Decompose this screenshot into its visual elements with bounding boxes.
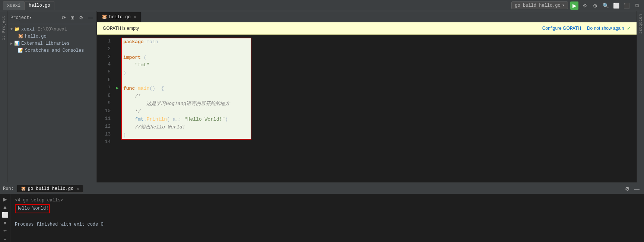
sidebar-item-external-libs[interactable]: ▶ 📊 External Libraries (7, 40, 96, 47)
left-strip: 1: Project (0, 11, 7, 182)
stop-button[interactable]: ⬜ (612, 1, 620, 10)
line-num-10: 10 (97, 107, 111, 115)
sort-button[interactable]: ≡ (1, 236, 9, 242)
bottom-settings-icon[interactable]: ⚙ (623, 185, 631, 193)
sidebar-content: ▼ 📁 xuexi E:\GO\xuexi 🐹 hello.go ▶ 📊 Ext… (7, 24, 96, 182)
xuexi-label: xuexi (21, 27, 35, 32)
configure-gopath-link[interactable]: Configure GOPATH (542, 26, 581, 31)
editor-container: 🐹 hello.go ✕ GOPATH is empty Configure G… (97, 11, 637, 182)
line-numbers: 1 2 3 4 5 6 7 8 9 10 11 12 13 14 (97, 35, 114, 182)
sidebar-minimize-icon[interactable]: — (87, 14, 93, 21)
line-num-9: 9 (97, 99, 111, 107)
build-button[interactable]: ⬛ (622, 1, 631, 10)
run-line-7-icon[interactable]: ▶ (114, 84, 121, 92)
sidebar-sync-icon[interactable]: ⟳ (61, 14, 67, 21)
bottom-tabs: Run: 🐹 go build hello.go ✕ ⚙ — (0, 183, 644, 194)
line-num-6: 6 (97, 76, 111, 84)
line-num-1: 1 (97, 38, 111, 45)
code-line-3: import ( (122, 54, 248, 62)
window-button[interactable]: ⧉ (633, 1, 641, 10)
sidebar-layout-icon[interactable]: ⊞ (70, 14, 75, 21)
output-line-2: Hello World! (15, 204, 640, 213)
run-config-selector[interactable]: go build hello.go ▾ (511, 1, 568, 9)
line-num-3: 3 (97, 53, 111, 61)
sidebar: Project▾ ⟳ ⊞ ⚙ — ▼ 📁 xuexi E:\GO\xuexi 🐹… (7, 11, 97, 182)
run-tab-icon: 🐹 (21, 186, 26, 191)
output-line-3 (15, 213, 640, 221)
database-panel-label[interactable]: Database (638, 11, 643, 37)
go-file-tab-icon: 🐹 (102, 14, 107, 20)
dismiss-gopath-link[interactable]: Do not show again (587, 26, 624, 31)
title-bar-actions: go build hello.go ▾ ▶ ⚙ ⊕ 🔍 ⬜ ⬛ ⧉ (511, 1, 641, 10)
run-button[interactable]: ▶ (570, 1, 578, 10)
sidebar-settings-icon[interactable]: ⚙ (78, 14, 84, 21)
line-num-8: 8 (97, 92, 111, 100)
code-line-11: fmt.Println( a…: "Hello World!") (122, 116, 248, 124)
run-tab-close-icon[interactable]: ✕ (77, 187, 79, 191)
bottom-gutter: ▶ ▲ ⬜ ▼ ↩ ≡ (0, 194, 10, 242)
bottom-content: ▶ ▲ ⬜ ▼ ↩ ≡ <4 go setup calls> Hello Wor… (0, 194, 644, 242)
editor-tab-hello-go[interactable]: 🐹 hello.go ✕ (97, 12, 141, 22)
code-line-4: "fmt" (122, 61, 248, 69)
line-num-11: 11 (97, 115, 111, 123)
hello-go-label: hello.go (25, 34, 47, 39)
line-num-12: 12 (97, 123, 111, 131)
bottom-close-icon[interactable]: — (633, 185, 641, 193)
coverage-button[interactable]: ⊕ (591, 1, 599, 10)
wrap-button[interactable]: ↩ (1, 227, 9, 234)
editor-tabs: 🐹 hello.go ✕ (97, 11, 637, 22)
gopath-banner: GOPATH is empty Configure GOPATH Do not … (97, 22, 637, 35)
code-line-5: ) (122, 69, 248, 77)
gopath-check-icon[interactable]: ✓ (627, 25, 631, 32)
debug-button[interactable]: ⚙ (581, 1, 589, 10)
sidebar-title[interactable]: Project▾ (10, 15, 32, 20)
main-layout: 1: Project Project▾ ⟳ ⊞ ⚙ — ▼ 📁 xuexi E:… (0, 11, 644, 182)
scroll-up-button[interactable]: ▲ (1, 204, 9, 210)
run-config-label: go build hello.go (515, 3, 560, 8)
bottom-output: <4 go setup calls> Hello World! Process … (10, 194, 644, 242)
sidebar-item-xuexi[interactable]: ▼ 📁 xuexi E:\GO\xuexi (7, 26, 96, 33)
code-highlighted-block: package main import ( "fmt" ) func main(… (121, 38, 251, 140)
bottom-panel: Run: 🐹 go build hello.go ✕ ⚙ — ▶ ▲ ⬜ ▼ ↩… (0, 182, 644, 242)
code-line-10: */ (122, 108, 248, 116)
arrow-icon-ext: ▶ (10, 41, 13, 46)
scratches-label: Scratches and Consoles (25, 48, 84, 53)
bottom-panel-actions: ⚙ — (623, 185, 641, 193)
code-area[interactable]: package main import ( "fmt" ) func main(… (121, 35, 637, 182)
tab-label-xuexi: xuexi (7, 3, 20, 8)
scratch-icon: 📝 (18, 48, 23, 53)
scroll-down-button[interactable]: ▼ (1, 220, 9, 226)
title-tab-hello[interactable]: hello.go (25, 1, 54, 10)
sidebar-item-scratches[interactable]: 📝 Scratches and Consoles (7, 47, 96, 54)
line-num-14: 14 (97, 138, 111, 146)
editor-body: 1 2 3 4 5 6 7 8 9 10 11 12 13 14 (97, 35, 637, 182)
arrow-icon: ▼ (10, 27, 13, 31)
line-num-7: 7 (97, 84, 111, 92)
project-panel-label[interactable]: 1: Project (1, 13, 6, 43)
code-line-2 (122, 46, 248, 54)
code-line-6 (122, 77, 248, 85)
code-line-13: } (122, 131, 248, 139)
output-line-1: <4 go setup calls> (15, 197, 640, 204)
code-line-7: func main() { (122, 85, 248, 93)
tab-close-icon[interactable]: ✕ (134, 15, 136, 19)
folder-icon: 📁 (14, 26, 20, 32)
right-sidebar: Database (637, 11, 644, 182)
code-line-1: package main (122, 38, 248, 46)
sidebar-header: Project▾ ⟳ ⊞ ⚙ — (7, 11, 96, 24)
line-num-4: 4 (97, 61, 111, 69)
title-tab-xuexi[interactable]: xuexi (3, 1, 25, 10)
code-line-12: //输出Hello World! (122, 124, 248, 131)
run-tab-label: go build hello.go (28, 186, 73, 191)
search-button[interactable]: 🔍 (602, 1, 610, 10)
run-again-button[interactable]: ▶ (1, 196, 9, 202)
line-num-2: 2 (97, 45, 111, 53)
bottom-run-tab[interactable]: 🐹 go build hello.go ✕ (17, 185, 83, 193)
sidebar-item-hello-go[interactable]: 🐹 hello.go (7, 33, 96, 40)
chevron-down-icon: ▾ (562, 3, 565, 8)
editor-gutter: ▶ (114, 35, 121, 182)
xuexi-path: E:\GO\xuexi (38, 27, 67, 32)
ext-libs-label: External Libraries (21, 41, 70, 46)
stop-run-button[interactable]: ⬜ (1, 212, 9, 218)
code-line-14 (121, 140, 637, 147)
